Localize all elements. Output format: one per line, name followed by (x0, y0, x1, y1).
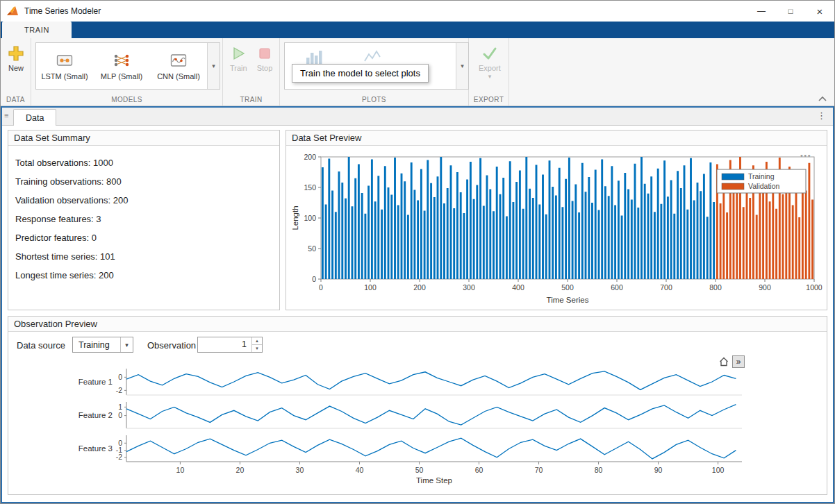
svg-text:0: 0 (118, 411, 122, 419)
svg-text:Feature 1: Feature 1 (78, 378, 113, 386)
model-item-lstm[interactable]: LSTM (Small) (36, 43, 93, 89)
svg-text:Time Series: Time Series (547, 296, 589, 304)
play-icon (230, 45, 247, 62)
svg-text:150: 150 (304, 183, 316, 192)
summary-shortest-series: Shortest time series: 101 (15, 247, 272, 266)
tab-train[interactable]: TRAIN (2, 22, 72, 38)
svg-text:600: 600 (611, 283, 623, 292)
svg-text:400: 400 (512, 283, 524, 292)
svg-text:1000: 1000 (806, 283, 822, 292)
stop-button-label: Stop (257, 64, 273, 72)
cnn-icon (170, 51, 188, 69)
svg-text:1: 1 (118, 403, 122, 411)
export-button-label: Export (479, 64, 501, 72)
section-label-plots: PLOTS (280, 96, 468, 103)
dataset-preview-chart[interactable]: 0100200300400500600700800900100005010015… (289, 149, 824, 307)
new-plus-icon (8, 45, 24, 62)
svg-text:50: 50 (308, 244, 316, 253)
summary-validation-observations: Validation observations: 200 (15, 191, 272, 210)
svg-text:900: 900 (759, 283, 771, 292)
mlp-icon (113, 51, 131, 69)
section-label-data: DATA (1, 96, 31, 103)
chart-options-icon[interactable]: ••• (800, 151, 811, 160)
data-source-dropdown[interactable]: Training ▾ (72, 337, 133, 353)
panel-grip-icon[interactable]: ≡ (4, 111, 8, 119)
ribbon-section-plots: Histogram ▾ Train the model to select pl… (280, 38, 469, 106)
observation-label: Observation (147, 340, 196, 351)
svg-text:30: 30 (296, 466, 304, 474)
plots-gallery: Histogram ▾ Train the model to select pl… (284, 42, 469, 90)
svg-text:Training: Training (748, 172, 775, 180)
observation-spinner[interactable]: 1 ▲ ▼ (197, 337, 263, 353)
section-label-models: MODELS (31, 96, 222, 103)
minimize-button[interactable]: — (747, 1, 776, 22)
maximize-button[interactable]: □ (776, 1, 805, 22)
summary-training-observations: Training observations: 800 (15, 172, 272, 191)
svg-text:Feature 3: Feature 3 (78, 444, 113, 453)
matlab-icon (6, 5, 19, 17)
summary-list: Total observations: 1000 Training observ… (8, 146, 279, 292)
svg-text:40: 40 (356, 466, 364, 474)
ribbon-section-export: Export ▾ EXPORT (469, 38, 509, 106)
summary-panel-title: Data Set Summary (8, 131, 279, 146)
svg-text:700: 700 (660, 283, 672, 292)
svg-text:Feature 2: Feature 2 (78, 411, 113, 419)
collapse-ribbon-icon[interactable] (818, 94, 827, 103)
svg-text:70: 70 (535, 466, 543, 474)
summary-predictor-features: Predictor features: 0 (15, 228, 272, 247)
preview-panel-title: Data Set Preview (286, 131, 827, 146)
svg-text:Time Step: Time Step (416, 476, 452, 485)
tab-actions-icon[interactable]: ⋮ (817, 110, 826, 121)
export-dropdown-icon: ▾ (488, 74, 492, 79)
svg-text:0: 0 (319, 283, 323, 292)
train-button[interactable]: Train (230, 45, 247, 72)
observation-preview-chart[interactable]: 0-2Feature 110Feature 20-1-2Feature 3102… (8, 365, 828, 487)
section-label-train: TRAIN (223, 96, 279, 103)
model-item-label: LSTM (Small) (41, 72, 88, 81)
plots-gallery-dropdown[interactable]: ▾ (456, 43, 468, 89)
svg-text:60: 60 (475, 466, 483, 474)
stop-button[interactable]: Stop (256, 45, 273, 72)
title-bar: Time Series Modeler — □ × (1, 1, 834, 22)
document-tabbar: ≡ Data ⋮ (2, 108, 833, 126)
svg-text:300: 300 (463, 283, 475, 292)
ribbon-tabstrip: TRAIN (1, 22, 834, 38)
svg-text:Validation: Validation (748, 182, 779, 190)
spinner-up-icon[interactable]: ▲ (252, 337, 262, 345)
ribbon-section-data: New DATA (1, 38, 31, 106)
observation-value: 1 (198, 337, 251, 352)
model-item-cnn[interactable]: CNN (Small) (150, 43, 207, 89)
svg-text:100: 100 (364, 283, 377, 292)
svg-text:50: 50 (415, 466, 424, 474)
lstm-icon (56, 51, 74, 69)
svg-text:100: 100 (712, 466, 725, 474)
histogram-icon (305, 49, 323, 65)
svg-text:-2: -2 (116, 453, 122, 461)
observation-panel-title: Observation Preview (8, 317, 827, 332)
model-item-label: CNN (Small) (157, 72, 200, 81)
tab-data[interactable]: Data (13, 109, 56, 126)
summary-longest-series: Longest time series: 200 (15, 266, 272, 285)
export-button[interactable]: Export ▾ (479, 45, 501, 79)
models-gallery-dropdown[interactable]: ▾ (207, 43, 220, 89)
summary-total-observations: Total observations: 1000 (15, 153, 272, 172)
data-source-value: Training (73, 340, 120, 350)
dropdown-arrow-icon: ▾ (120, 337, 133, 352)
svg-text:10: 10 (176, 466, 185, 474)
svg-text:Length: Length (291, 205, 299, 230)
section-label-export: EXPORT (469, 96, 509, 103)
model-item-mlp[interactable]: MLP (Small) (93, 43, 150, 89)
svg-text:80: 80 (595, 466, 603, 474)
close-button[interactable]: × (805, 1, 834, 22)
stop-icon (256, 45, 273, 62)
summary-response-features: Response features: 3 (15, 210, 272, 228)
svg-text:20: 20 (236, 466, 245, 474)
models-gallery: LSTM (Small) MLP (Small) (35, 42, 220, 90)
svg-text:800: 800 (709, 283, 722, 292)
train-button-label: Train (230, 64, 247, 72)
spinner-down-icon[interactable]: ▼ (252, 345, 262, 352)
svg-text:100: 100 (304, 214, 316, 222)
data-source-label: Data source (17, 340, 65, 351)
new-button[interactable]: New (8, 45, 24, 72)
new-button-label: New (8, 64, 24, 72)
